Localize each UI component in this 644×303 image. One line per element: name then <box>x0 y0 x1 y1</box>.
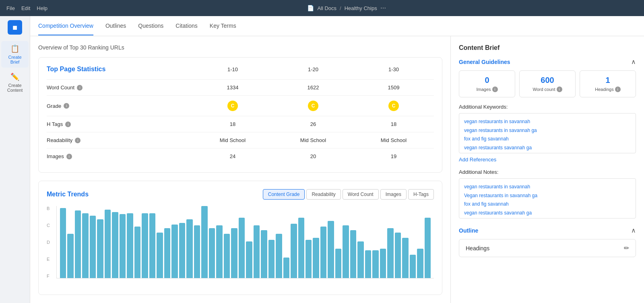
share-icon[interactable]: ⋯ <box>380 5 386 11</box>
outline-header: Outline ∧ <box>459 227 636 234</box>
additional-notes-box[interactable]: vegan restaurants in savannah Vegan rest… <box>459 178 636 218</box>
content-brief-title: Content Brief <box>459 44 636 52</box>
keyword-4[interactable]: vegan restaurants savannah ga <box>464 144 631 153</box>
htags-1-20: 26 <box>273 121 353 127</box>
chart-bar <box>201 206 207 278</box>
stats-section-title: Top Page Statistics <box>47 66 192 73</box>
stats-row-images-values: 24 20 19 <box>192 153 434 159</box>
doc-icon: 📄 <box>307 5 314 11</box>
keyword-2[interactable]: vegan restaurants in savannah ga <box>464 126 631 135</box>
guidelines-images-info-icon[interactable]: i <box>492 87 498 92</box>
trends-tab-images[interactable]: Images <box>380 189 407 200</box>
chart-bar <box>417 249 423 278</box>
stats-row-readability-label: Readability i <box>47 137 192 143</box>
help-menu[interactable]: Help <box>37 5 47 11</box>
top-bar: File Edit Help 📄 All Docs / Healthy Chip… <box>0 0 644 16</box>
images-1-20: 20 <box>273 153 353 159</box>
outline-item-headings-edit-button[interactable]: ✏ <box>624 244 629 252</box>
chart-bar <box>82 213 88 278</box>
outline-collapse-button[interactable]: ∧ <box>631 227 636 234</box>
chart-bar <box>105 210 111 278</box>
chart-bar <box>90 216 96 278</box>
chart-label-e: E <box>47 257 50 262</box>
chart-y-labels: B C D E F <box>47 206 53 278</box>
note-5[interactable]: vegan restaurants savannah <box>464 217 631 218</box>
note-3[interactable]: fox and fig savannah <box>464 200 631 209</box>
tab-outlines[interactable]: Outlines <box>105 17 126 35</box>
chart-bar <box>194 225 200 278</box>
stats-row-htags: H Tags i 18 26 18 <box>47 116 434 132</box>
readability-info-icon[interactable]: i <box>75 138 80 143</box>
tab-questions[interactable]: Questions <box>138 17 163 35</box>
chart-bar <box>350 230 356 278</box>
chart-label-f: F <box>47 274 50 278</box>
trends-tab-content-grade[interactable]: Content Grade <box>263 189 305 200</box>
chart-bar <box>97 219 103 278</box>
additional-keywords-box[interactable]: vegan restaurants in savannah vegan rest… <box>459 113 636 153</box>
guidelines-word-count-info-icon[interactable]: i <box>557 87 562 92</box>
htags-info-icon[interactable]: i <box>65 122 71 127</box>
breadcrumb-all-docs[interactable]: All Docs <box>317 5 336 11</box>
tab-competition-overview[interactable]: Competition Overview <box>38 17 93 35</box>
word-count-info-icon[interactable]: i <box>77 85 83 91</box>
keyword-5[interactable]: vegan restaurants savannah <box>464 152 631 153</box>
stats-row-readability-values: Mid School Mid School Mid School <box>192 137 434 143</box>
sidebar-item-create-content[interactable]: ✏️ Create Content <box>1 69 29 96</box>
chart-bar <box>171 225 178 278</box>
sidebar-item-create-brief[interactable]: 📋 Create Brief <box>1 41 29 68</box>
stats-row-word-count-values: 1334 1622 1509 <box>192 85 434 91</box>
guidelines-card-images: 0 Images i <box>459 70 515 97</box>
chart-bar <box>410 255 416 278</box>
col-header-1-20: 1-20 <box>273 66 353 72</box>
note-4[interactable]: vegan restaurants savannah ga <box>464 209 631 218</box>
images-info-icon[interactable]: i <box>66 154 72 159</box>
chart-bar <box>343 225 349 278</box>
trends-tab-readability[interactable]: Readability <box>306 189 341 200</box>
left-panel: Overview of Top 30 Ranking URLs Top Page… <box>30 36 451 303</box>
chart-bar <box>149 213 155 278</box>
stats-row-word-count: Word Count i 1334 1622 1509 <box>47 79 434 95</box>
chart-bar <box>209 228 215 278</box>
chart-label-c: C <box>47 223 50 228</box>
outline-title: Outline <box>459 227 631 234</box>
chart-bar <box>387 228 393 278</box>
guidelines-card-headings: 1 Headings i <box>580 70 636 97</box>
chart-bar <box>216 225 222 278</box>
add-references-button[interactable]: Add References <box>459 157 636 163</box>
chart-bar <box>246 241 252 278</box>
col-header-1-10: 1-10 <box>192 66 273 72</box>
trends-tab-word-count[interactable]: Word Count <box>343 189 379 200</box>
chart-bar <box>261 230 267 278</box>
chart-bar <box>134 227 140 278</box>
file-menu[interactable]: File <box>6 5 15 11</box>
trends-tab-h-tags[interactable]: H-Tags <box>408 189 434 200</box>
guidelines-headings-label: Headings i <box>585 87 631 92</box>
readability-1-20: Mid School <box>273 137 353 143</box>
tab-citations[interactable]: Citations <box>175 17 197 35</box>
create-content-icon: ✏️ <box>10 72 19 81</box>
additional-notes-label: Additional Notes: <box>459 169 636 175</box>
grade-1-20: C <box>273 101 353 111</box>
trends-header: Metric Trends Content Grade Readability … <box>47 189 434 200</box>
guidelines-images-label: Images i <box>464 87 510 92</box>
chart-bars <box>56 206 434 278</box>
keyword-3[interactable]: fox and fig savannah <box>464 135 631 144</box>
tab-key-terms[interactable]: Key Terms <box>210 17 236 35</box>
note-1[interactable]: vegan restaurants in savannah <box>464 183 631 192</box>
chart-label-b: B <box>47 206 50 211</box>
grade-badge-1-10: C <box>227 101 238 111</box>
note-2[interactable]: Vegan restaurants in savannah ga <box>464 192 631 200</box>
chart-bar <box>127 213 133 278</box>
keyword-1[interactable]: vegan restaurants in savannah <box>464 117 631 126</box>
edit-menu[interactable]: Edit <box>21 5 30 11</box>
grade-info-icon[interactable]: i <box>64 103 69 109</box>
guidelines-headings-info-icon[interactable]: i <box>615 87 621 92</box>
chart-bar <box>224 234 230 278</box>
grade-1-30: C <box>353 101 434 111</box>
word-count-1-20: 1622 <box>273 85 353 91</box>
stats-header: Top Page Statistics 1-10 1-20 1-30 <box>47 66 434 73</box>
stats-header-cols: 1-10 1-20 1-30 <box>192 66 434 72</box>
chart-bar <box>291 224 297 278</box>
top-bar-center: 📄 All Docs / Healthy Chips ⋯ <box>56 5 638 11</box>
guidelines-collapse-button[interactable]: ∧ <box>631 58 636 66</box>
